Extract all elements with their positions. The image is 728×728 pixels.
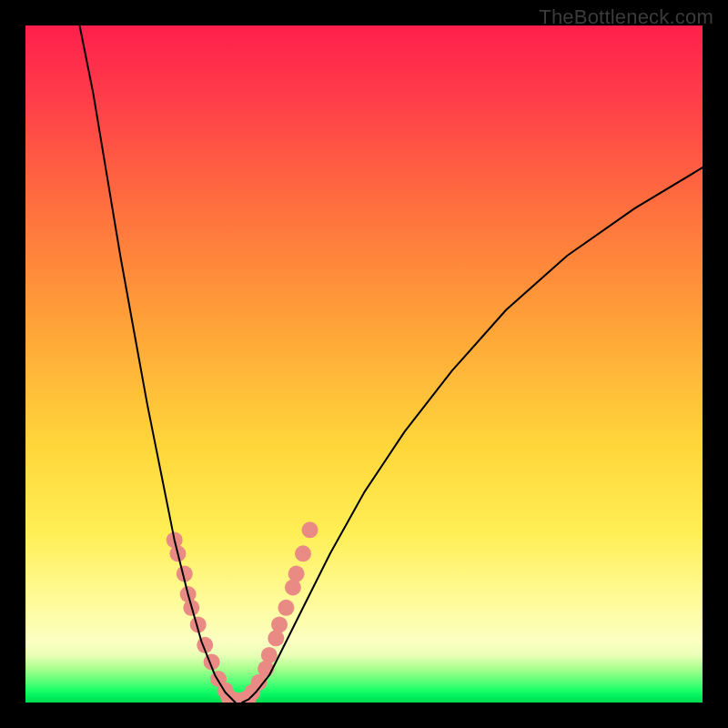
curve-left-curve: [80, 25, 236, 703]
scatter-dots: [167, 521, 318, 703]
chart-frame: TheBottleneck.com: [0, 0, 728, 728]
data-dot: [302, 521, 318, 538]
curve-right-curve: [242, 167, 703, 703]
curve-lines: [80, 25, 703, 703]
data-dot: [295, 545, 311, 561]
data-dot: [288, 566, 305, 582]
plot-area: [25, 25, 703, 703]
data-dot: [271, 616, 288, 632]
data-dot: [261, 647, 278, 663]
watermark-text: TheBottleneck.com: [539, 5, 713, 29]
chart-svg: [25, 25, 703, 703]
data-dot: [278, 600, 294, 616]
